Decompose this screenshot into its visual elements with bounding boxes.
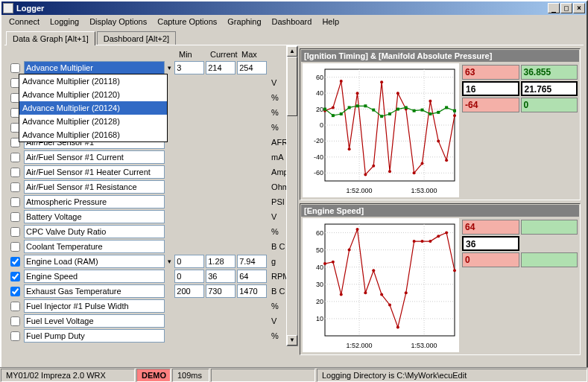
- scroll-down-button[interactable]: ▼: [287, 335, 297, 346]
- dropdown-option[interactable]: Advance Multiplier (20118): [19, 74, 167, 88]
- svg-text:-20: -20: [314, 137, 323, 144]
- svg-point-74: [356, 228, 359, 231]
- svg-point-81: [413, 240, 416, 243]
- scroll-up-button[interactable]: ▲: [287, 46, 297, 57]
- param-min-value: [174, 180, 204, 194]
- param-name-field[interactable]: Battery Voltage: [24, 210, 165, 223]
- dropdown-option[interactable]: Advance Multiplier (20168): [19, 128, 167, 141]
- param-checkbox[interactable]: [10, 212, 20, 222]
- param-max-value: [237, 106, 267, 119]
- param-checkbox[interactable]: [10, 316, 20, 326]
- column-headers: Min Current Max: [7, 50, 297, 60]
- param-min-value: 3: [174, 61, 204, 74]
- param-min-value: [174, 121, 204, 134]
- param-cur-value: [206, 106, 235, 119]
- param-checkbox[interactable]: [10, 182, 20, 192]
- chart-1-plot[interactable]: -60-40-2002040601:52.0001:53.000: [303, 63, 459, 197]
- param-cur-value: [206, 136, 235, 149]
- param-name-field[interactable]: Air/Fuel Sensor #1 Current: [24, 150, 165, 164]
- param-row: Fuel Pump Duty%: [7, 328, 297, 343]
- menu-dashboard[interactable]: Dashboard: [268, 16, 317, 27]
- svg-text:20: 20: [316, 106, 323, 113]
- status-empty: [211, 369, 315, 382]
- c2-s1-min: 0: [462, 252, 519, 267]
- tab-content: Min Current Max Advance Multiplier▾32142…: [4, 45, 584, 362]
- param-checkbox[interactable]: [10, 227, 20, 237]
- svg-point-78: [388, 303, 391, 306]
- minimize-button[interactable]: _: [548, 3, 560, 13]
- param-name-field[interactable]: Air/Fuel Sensor #1 Resistance: [24, 180, 165, 194]
- param-name-field[interactable]: Engine Speed: [24, 270, 165, 283]
- menu-graphing[interactable]: Graphing: [223, 16, 265, 27]
- param-min-value: [174, 225, 204, 238]
- param-name-field[interactable]: Exhaust Gas Temperature: [24, 284, 165, 298]
- title-bar[interactable]: Logger _ □ ×: [1, 1, 587, 15]
- svg-point-25: [372, 165, 375, 168]
- param-checkbox[interactable]: [10, 302, 20, 311]
- param-checkbox[interactable]: [10, 197, 20, 207]
- param-scrollbar[interactable]: ▲ ▼: [286, 45, 298, 346]
- param-dropdown-icon[interactable]: ▾: [166, 64, 173, 71]
- param-name-field[interactable]: Advance Multiplier: [24, 61, 165, 74]
- param-max-value: [237, 225, 267, 238]
- dropdown-option[interactable]: Advance Multiplier (20124): [19, 101, 167, 115]
- menu-connect[interactable]: Connect: [4, 16, 44, 27]
- param-name-field[interactable]: Fuel Injector #1 Pulse Width: [24, 299, 165, 313]
- dropdown-option[interactable]: Advance Multiplier (20128): [19, 115, 167, 128]
- param-max-value: [237, 210, 267, 223]
- param-name-field[interactable]: CPC Valve Duty Ratio: [24, 225, 165, 238]
- param-min-value: [174, 329, 204, 343]
- param-checkbox[interactable]: [10, 331, 20, 341]
- svg-text:1:53.000: 1:53.000: [411, 187, 437, 194]
- svg-point-34: [445, 159, 448, 162]
- svg-point-85: [445, 232, 448, 235]
- param-name-field[interactable]: Atmospheric Pressure: [24, 195, 165, 208]
- svg-point-82: [421, 240, 424, 243]
- tab-dashboard[interactable]: Dashboard [Alt+2]: [97, 31, 176, 45]
- param-cur-value: [206, 225, 235, 238]
- param-checkbox[interactable]: [10, 168, 20, 177]
- param-checkbox[interactable]: [10, 63, 20, 73]
- close-button[interactable]: ×: [573, 3, 585, 13]
- svg-rect-40: [356, 104, 359, 107]
- svg-text:40: 40: [316, 264, 323, 271]
- param-max-value: 64: [237, 270, 267, 283]
- svg-point-28: [396, 92, 399, 95]
- param-min-value: [174, 91, 204, 104]
- param-name-field[interactable]: Fuel Level Voltage: [24, 314, 165, 328]
- menu-help[interactable]: Help: [317, 16, 344, 27]
- menu-capture-options[interactable]: Capture Options: [153, 16, 221, 27]
- param-name-field[interactable]: Fuel Pump Duty: [24, 329, 165, 343]
- menu-logging[interactable]: Logging: [45, 16, 83, 27]
- param-checkbox[interactable]: [10, 257, 20, 267]
- chart-1-readouts: 63 36.855 16 21.765 -64 0: [461, 62, 579, 199]
- svg-rect-43: [380, 115, 383, 118]
- c1-s1-max: 63: [462, 65, 519, 80]
- param-name-field[interactable]: Air/Fuel Sensor #1 Heater Current: [24, 165, 165, 179]
- param-checkbox[interactable]: [10, 272, 20, 281]
- svg-point-79: [396, 325, 399, 328]
- scroll-thumb[interactable]: [287, 57, 297, 116]
- svg-point-70: [323, 262, 326, 265]
- param-checkbox[interactable]: [10, 153, 20, 162]
- svg-point-84: [437, 235, 440, 238]
- param-checkbox[interactable]: [10, 287, 20, 296]
- c1-s2-max: 36.855: [521, 65, 578, 80]
- param-name-field[interactable]: Coolant Temperature: [24, 240, 165, 253]
- advance-multiplier-dropdown-list[interactable]: Advance Multiplier (20118)Advance Multip…: [19, 74, 168, 142]
- menu-display-options[interactable]: Display Options: [85, 16, 151, 27]
- svg-point-73: [348, 249, 351, 252]
- svg-rect-42: [372, 109, 375, 112]
- tab-strip: Data & Graph [Alt+1] Dashboard [Alt+2]: [1, 28, 587, 45]
- param-dropdown-icon[interactable]: ▾: [166, 258, 173, 265]
- tab-data-graph[interactable]: Data & Graph [Alt+1]: [6, 31, 95, 45]
- chart-2-plot[interactable]: 1020304050601:52.0001:53.000: [303, 218, 459, 352]
- chart-2-title: [Engine Speed]: [301, 205, 579, 217]
- param-name-field[interactable]: Engine Load (RAM): [24, 255, 165, 268]
- c1-s2-cur: 21.765: [521, 81, 578, 96]
- dropdown-option[interactable]: Advance Multiplier (20120): [19, 88, 167, 101]
- svg-text:60: 60: [316, 74, 323, 81]
- param-checkbox[interactable]: [10, 242, 20, 252]
- param-row: Air/Fuel Sensor #1 CurrentmA: [7, 150, 297, 165]
- maximize-button[interactable]: □: [560, 3, 572, 13]
